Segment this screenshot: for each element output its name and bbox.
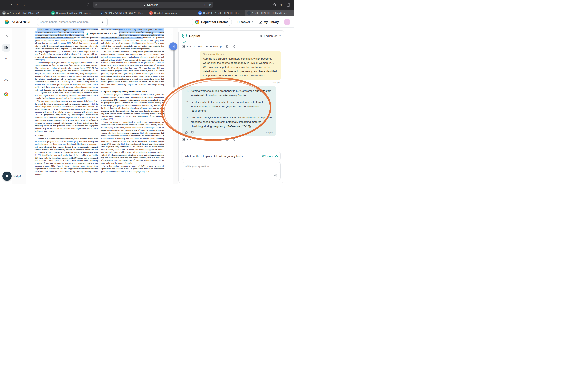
paper-paragraph: In a longitudinal prospective study of 1… (101, 165, 164, 173)
library-shelf-icon[interactable] (2, 44, 10, 52)
fullscreen-icon[interactable] (163, 32, 166, 35)
copilot-title: Copilot (189, 34, 200, 38)
message-actions: Save as note ↩ Follow up (182, 136, 281, 144)
paper-paragraph: While most pregnancy-induced alterations… (101, 93, 164, 121)
tab-chatpdf[interactable]: CChatPDF – 1_s20_S0143400411... (196, 9, 245, 16)
copilot-document-fab[interactable] (169, 42, 177, 50)
tab-explainpaper[interactable]: EReader | Explainpaper (147, 9, 196, 16)
chrome-extension-icon[interactable] (2, 90, 10, 98)
pdf-page: Several lines of evidence support a role… (26, 28, 173, 184)
follow-up-label: Follow up (210, 45, 222, 48)
explain-math-table-button[interactable]: Σ Explain math & table (83, 30, 119, 37)
answer-item: Asthma worsens during pregnancy in 55% o… (189, 89, 273, 98)
url-text[interactable]: typeset.io (147, 3, 158, 6)
prompt-type-label: Summarize the text (203, 53, 278, 55)
question-input-box[interactable] (182, 162, 281, 180)
globe-icon (260, 34, 263, 37)
tab-bar: CAI 도구 모음 | ChatGPTers 그룹 SCheck out thi… (0, 9, 294, 16)
question-input[interactable] (185, 165, 272, 177)
reader-icon[interactable] (95, 4, 98, 6)
paper-paragraph: Large retrospective epidemiological stud… (101, 121, 164, 165)
lock-icon (143, 4, 146, 6)
zoom-level-dropdown[interactable]: 121% ▾ (146, 32, 154, 35)
text-search-icon[interactable]: A (2, 76, 10, 84)
tab-group-caret-icon[interactable]: ▾ (10, 2, 12, 7)
suggested-question[interactable]: What are the feto-placental unit pregnan… (182, 152, 281, 160)
language-label: English (en) (264, 34, 278, 37)
avatar[interactable] (285, 19, 290, 25)
chevron-up-icon[interactable] (275, 155, 278, 157)
message-actions: Save as note ↩ Follow up (182, 43, 281, 51)
copy-icon[interactable] (226, 138, 229, 141)
scrollbar-thumb[interactable] (173, 46, 175, 88)
follow-up-button[interactable]: ↩ Follow up (206, 138, 222, 141)
tab-typeset-active[interactable]: T1_s20_S0143400411005376_m... (245, 9, 294, 16)
help-button[interactable]: Help? (2, 172, 32, 181)
zoom-value: 121% (146, 32, 153, 35)
home-icon[interactable] (2, 33, 10, 41)
scrolled-message-icon (182, 41, 186, 43)
read-more-link[interactable]: ...Read more (249, 74, 265, 77)
tab-favicon: C (198, 11, 202, 15)
copy-icon[interactable] (226, 45, 229, 48)
prompt-text: Asthma is a chronic respiratory conditio… (203, 57, 278, 78)
library-icon (258, 20, 262, 24)
tab-favicon: P (101, 11, 104, 15)
search-bar[interactable] (37, 18, 108, 26)
paper-paragraph: Asthma is a chronic respiratory conditio… (35, 138, 98, 176)
answer-item: Fetal sex affects the severity of matern… (189, 100, 273, 113)
browser-toolbar: ▾ ‹ › typeset.io A ↻ + (0, 0, 294, 9)
scispace-logo[interactable]: SCISPACE (4, 19, 32, 25)
chat-scroll-area: Save as note ↩ Follow up Summarize the t… (179, 41, 284, 151)
save-as-note-button[interactable]: Save as note (182, 45, 202, 48)
thumbs-down-icon[interactable] (191, 131, 194, 134)
tab-favicon: S (51, 11, 55, 15)
address-bar[interactable]: typeset.io A ↻ (93, 2, 213, 8)
kebab-menu-icon[interactable]: ⋮ (170, 31, 173, 35)
tab-favicon: C (2, 11, 6, 15)
follow-up-icon: ↩ (206, 45, 209, 48)
follow-up-button[interactable]: ↩ Follow up (206, 45, 222, 48)
tabs-overview-icon[interactable] (286, 2, 291, 7)
copilot-icon (182, 33, 187, 38)
reload-icon[interactable]: ↻ (208, 3, 211, 7)
follow-up-icon: ↩ (206, 138, 209, 141)
share-answer-icon[interactable] (233, 138, 236, 141)
tab-chatgpters[interactable]: CAI 도구 모음 | ChatGPTers 그룹 (0, 9, 49, 16)
document-icon (171, 45, 175, 48)
copilot-header: Copilot English (en) ▾ (179, 31, 284, 41)
scispace-cube-icon (4, 19, 9, 25)
section-heading: 3. Impact of pregnancy on long term mate… (101, 90, 164, 93)
save-as-note-label: Save as note (186, 45, 202, 48)
privacy-shield-icon[interactable] (85, 2, 91, 7)
tab-sharegpt[interactable]: SCheck out this ShareGPT conver... (49, 9, 98, 16)
forward-icon[interactable]: › (22, 2, 27, 7)
paper-paragraph: We have demonstrated that maternal vascu… (35, 100, 98, 133)
new-tab-button[interactable]: + (279, 2, 284, 7)
send-icon[interactable] (274, 173, 278, 178)
thumbs-up-icon[interactable] (185, 131, 188, 134)
zoom-out-icon[interactable]: − (141, 31, 143, 35)
share-icon[interactable] (272, 2, 277, 7)
app-header: SCISPACE Copilot for Chrome Discover ▾ M… (0, 16, 294, 28)
discover-menu[interactable]: Discover ▾ (237, 20, 253, 24)
citations-icon[interactable]: “ (2, 55, 10, 62)
save-as-note-button[interactable]: Save as note (182, 138, 202, 141)
left-rail: “ A Help? (0, 28, 12, 184)
share-answer-icon[interactable] (233, 45, 236, 48)
copilot-for-chrome-button[interactable]: Copilot for Chrome (192, 18, 232, 26)
language-selector[interactable]: English (en) ▾ (260, 34, 281, 37)
sidebar-toggle-icon[interactable] (3, 2, 8, 7)
back-icon[interactable]: ‹ (14, 2, 20, 7)
follow-up-label: Follow up (210, 138, 222, 141)
translate-icon[interactable]: A (204, 4, 206, 6)
outline-list-icon[interactable] (2, 65, 10, 73)
zoom-in-icon[interactable]: + (158, 31, 160, 35)
more-suggestions-count[interactable]: +25 more (262, 155, 273, 158)
answer-item: Proteomic analysis of maternal plasma sh… (189, 115, 273, 129)
tab-favicon: T (248, 11, 251, 15)
my-library-menu[interactable]: My Library (258, 20, 279, 24)
my-library-label: My Library (264, 20, 279, 24)
tab-peatix[interactable]: P챗GPT 러닝데이 & MS 애저톤 - Ope... (98, 9, 147, 16)
search-input[interactable] (40, 20, 100, 23)
